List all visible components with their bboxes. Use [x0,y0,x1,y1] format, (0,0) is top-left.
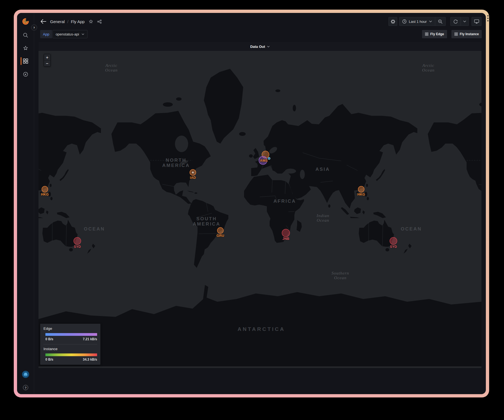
world-map[interactable]: ArcticOceanArcticOceanNORTHAMERICAASIAAF… [39,51,481,368]
back-arrow-icon[interactable] [40,18,47,25]
top-navigation-bar: General / Fly App [17,13,486,30]
help-icon[interactable]: ? [23,385,28,390]
refresh-interval-dropdown[interactable] [461,20,469,23]
grid-icon [454,32,458,36]
refresh-icon [453,19,458,24]
marker-label-syd: SYD [390,245,397,249]
time-range-label: Last 1 hour [409,20,427,24]
map-geo-label: ArcticOcean [105,63,117,72]
legend-min: 0 B/s [45,358,53,361]
time-zoom-out-button[interactable] [435,19,445,24]
variable-value-dropdown[interactable]: openstatus-api [53,30,87,38]
legend-gradient-bar [45,353,97,356]
chevron-down-icon [81,33,84,35]
window-handle-dot [487,20,489,21]
legend-section-instance: Instance0 B/s34.3 kB/s [43,344,97,361]
magnifier-minus-icon [438,19,443,24]
starred-dashboards-icon[interactable] [23,45,28,51]
marker-label-gru: GRU [217,234,224,238]
explore-compass-icon[interactable] [23,72,28,77]
map-legend: Edge0 B/s7.21 kB/sInstance0 B/s34.3 kB/s [40,324,100,365]
legend-gradient-bar [45,333,97,336]
variable-value: openstatus-api [56,32,79,36]
marker-label-hkg: HKG [41,193,49,196]
marker-label-hkg: HKG [357,193,365,196]
map-zoom-control: + − [44,54,51,67]
breadcrumb-separator: / [67,19,68,24]
dashboards-icon[interactable] [23,59,28,64]
monitor-icon [474,19,479,24]
legend-max: 7.21 kB/s [83,337,97,341]
user-avatar[interactable] [22,371,29,378]
search-icon[interactable] [23,32,28,38]
map-marker-jnb[interactable] [282,229,290,237]
legend-range-row: 0 B/s7.21 kB/s [45,337,97,341]
active-nav-indicator [21,57,21,65]
map-marker-syd[interactable] [74,237,81,245]
map-zoom-in-button[interactable]: + [44,54,50,60]
chevron-down-icon [463,20,466,23]
legend-max: 34.3 kB/s [83,358,97,361]
window-handle-dot [487,18,489,19]
expand-sidebar-button[interactable]: › [31,24,37,31]
map-marker-hkg[interactable] [358,186,364,192]
chevron-down-icon [267,46,270,48]
instance-dot [192,172,194,173]
map-geo-label: ASIA [316,167,330,172]
geomap-panel: Data Out [39,42,481,368]
variable-label: App [40,30,52,38]
map-geo-label: ArcticOcean [422,63,434,72]
fly-edge-label: Fly Edge [430,32,444,36]
time-range-picker[interactable]: Last 1 hour [399,17,446,26]
window-handle-dot [487,15,489,17]
panel-title: Data Out [250,45,265,49]
legend-min: 0 B/s [45,337,53,341]
map-marker-gru[interactable] [217,227,223,234]
grid-icon [425,32,428,36]
refresh-button[interactable] [451,19,461,24]
marker-label-syd: SYD [74,245,81,249]
breadcrumb: General / Fly App [50,13,102,30]
dashboard-settings-button[interactable] [388,17,397,26]
map-geo-label: SOUTHAMERICA [193,216,220,227]
grafana-app: ? › General / Fly App [17,13,486,394]
kiosk-mode-button[interactable] [472,17,481,26]
marker-label-ams: AMS [260,159,268,163]
map-geo-label: ANTARCTICA [237,326,285,332]
fly-instance-label: Fly Instance [460,32,479,36]
map-geo-label: OCEAN [84,226,105,232]
refresh-button-group [450,17,469,26]
fly-instance-button[interactable]: Fly Instance [451,30,482,38]
antarctica-landmass [39,285,481,366]
map-geo-label: AFRICA [273,199,296,204]
share-icon[interactable] [97,19,102,24]
legend-section-edge: Edge0 B/s7.21 kB/s [43,326,97,341]
gear-icon [391,19,395,24]
map-geo-label: IndianOcean [316,213,329,223]
map-geo-label: NORTHAMERICA [162,158,190,168]
map-zoom-out-button[interactable]: − [44,60,50,66]
sidebar: ? [17,13,34,394]
template-variable: App openstatus-api [40,30,87,38]
breadcrumb-page-title[interactable]: Fly App [71,19,85,24]
panel-title-menu[interactable]: Data Out [39,42,481,51]
clock-icon [402,19,407,24]
fly-edge-button[interactable]: Fly Edge [422,30,447,38]
marker-label-jnb: JNB [282,237,289,241]
chevron-down-icon [429,20,432,23]
breadcrumb-section[interactable]: General [50,19,65,24]
legend-range-row: 0 B/s34.3 kB/s [45,358,97,361]
map-marker[interactable] [268,157,270,160]
star-dashboard-icon[interactable] [89,19,93,24]
map-marker-syd[interactable] [390,237,397,245]
marker-label-iad: IAD [190,176,196,180]
app-window: ? › General / Fly App [14,10,489,397]
help-question-glyph: ? [23,385,28,390]
map-marker-hkg[interactable] [42,186,48,192]
expand-chevron-glyph: › [34,25,35,29]
map-canvas[interactable]: ArcticOceanArcticOceanNORTHAMERICAASIAAF… [39,51,481,368]
map-geo-label: OCEAN [401,226,422,232]
map-geo-label: SouthernOcean [332,271,349,280]
legend-title: Instance [43,347,97,351]
legend-title: Edge [43,326,97,331]
